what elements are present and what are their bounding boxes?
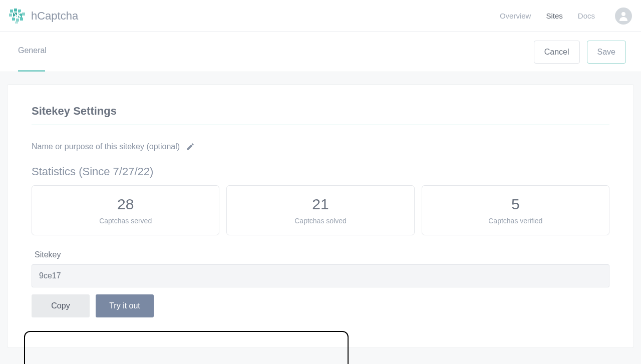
cancel-button[interactable]: Cancel	[534, 41, 580, 64]
tab-general[interactable]: General	[18, 46, 47, 58]
top-nav: Overview Sites Docs	[500, 8, 632, 25]
stat-label: Captchas solved	[227, 217, 414, 225]
svg-rect-4	[9, 14, 12, 17]
header: hCaptcha Overview Sites Docs	[0, 0, 641, 32]
svg-rect-9	[20, 18, 23, 21]
stat-value: 21	[227, 196, 414, 213]
edit-icon[interactable]	[186, 142, 195, 151]
stat-value: 28	[32, 196, 219, 213]
sitekey-input[interactable]	[32, 264, 609, 287]
sitekey-buttons: Copy Try it out	[32, 294, 609, 317]
nav-overview[interactable]: Overview	[500, 12, 531, 20]
stat-served: 28 Captchas served	[32, 185, 219, 235]
stat-label: Captchas served	[32, 217, 219, 225]
svg-rect-7	[12, 18, 15, 21]
svg-rect-1	[14, 9, 17, 12]
stat-solved: 21 Captchas solved	[226, 185, 414, 235]
save-button[interactable]: Save	[587, 41, 626, 64]
nav-docs[interactable]: Docs	[578, 12, 595, 20]
logo[interactable]: hCaptcha	[9, 8, 78, 25]
svg-rect-10	[15, 22, 18, 24]
section-title: Sitekey Settings	[32, 105, 609, 125]
nav-sites[interactable]: Sites	[546, 12, 562, 20]
tab-underline	[18, 70, 45, 72]
brand-name: hCaptcha	[31, 10, 78, 23]
sitekey-section: Sitekey Copy Try it out	[32, 250, 609, 317]
hcaptcha-logo-icon	[9, 8, 26, 25]
svg-rect-0	[10, 10, 13, 13]
svg-rect-8	[16, 19, 19, 22]
statistics-title: Statistics (Since 7/27/22)	[32, 165, 609, 178]
sitekey-name-row[interactable]: Name or purpose of this sitekey (optiona…	[32, 142, 609, 151]
subheader: General Cancel Save	[0, 32, 641, 72]
svg-point-11	[621, 12, 625, 16]
statistics-row: 28 Captchas served 21 Captchas solved 5 …	[32, 185, 609, 235]
settings-card: Sitekey Settings Name or purpose of this…	[7, 84, 634, 348]
stat-verified: 5 Captchas verified	[422, 185, 609, 235]
try-it-out-button[interactable]: Try it out	[96, 294, 154, 317]
action-buttons: Cancel Save	[534, 41, 626, 64]
person-icon	[617, 10, 629, 22]
stat-value: 5	[422, 196, 609, 213]
copy-button[interactable]: Copy	[32, 294, 90, 317]
svg-rect-3	[22, 13, 25, 16]
sitekey-label: Sitekey	[32, 250, 609, 259]
stat-label: Captchas verified	[422, 217, 609, 225]
sitekey-name-label: Name or purpose of this sitekey (optiona…	[32, 142, 180, 151]
avatar[interactable]	[615, 8, 632, 25]
